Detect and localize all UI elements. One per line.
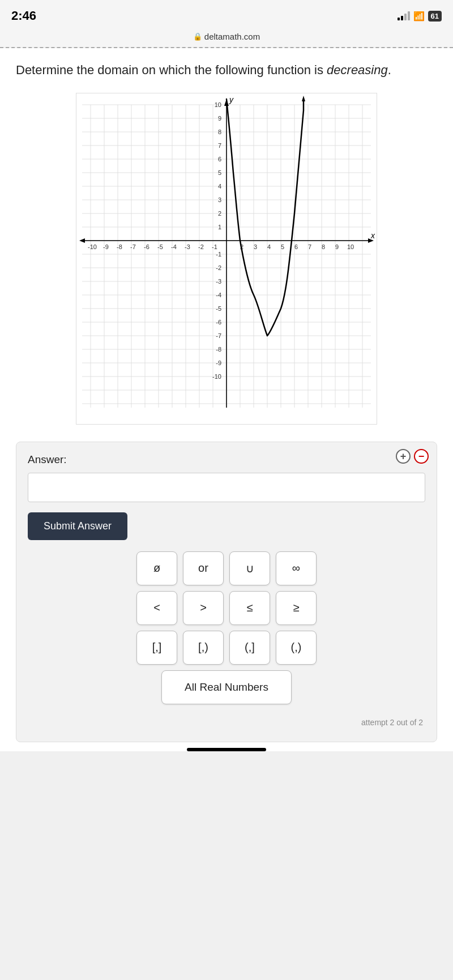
status-icons: 📶 61 — [398, 11, 442, 22]
svg-text:-5: -5 — [216, 305, 221, 312]
svg-text:8: 8 — [218, 129, 221, 135]
status-time: 2:46 — [11, 8, 36, 23]
answer-section: + − Answer: Submit Answer ø or ∪ ∞ < > ≤… — [16, 442, 437, 742]
or-key[interactable]: or — [183, 551, 224, 585]
empty-set-key[interactable]: ø — [136, 551, 177, 585]
svg-text:7: 7 — [308, 243, 311, 250]
svg-text:10: 10 — [347, 243, 354, 250]
svg-text:y: y — [229, 95, 234, 104]
domain-text: deltamath.com — [204, 32, 260, 41]
svg-text:2: 2 — [218, 210, 221, 217]
svg-text:5: 5 — [281, 243, 284, 250]
svg-text:4: 4 — [218, 183, 221, 190]
svg-text:7: 7 — [218, 142, 221, 149]
graph-container: x y -10 -9 -8 -7 -6 -5 -4 -3 -2 -1 2 3 4… — [16, 93, 437, 425]
svg-text:-1: -1 — [216, 251, 221, 258]
battery-indicator: 61 — [428, 11, 442, 22]
signal-icon — [398, 11, 410, 20]
svg-text:-7: -7 — [130, 243, 136, 250]
keyboard-row-1: ø or ∪ ∞ — [136, 551, 317, 585]
svg-text:-3: -3 — [185, 243, 190, 250]
svg-text:8: 8 — [322, 243, 325, 250]
graph-svg: x y -10 -9 -8 -7 -6 -5 -4 -3 -2 -1 2 3 4… — [76, 93, 377, 425]
answer-label: Answer: — [28, 453, 425, 466]
paren-half-open-key[interactable]: (,] — [229, 631, 270, 665]
svg-text:-9: -9 — [103, 243, 109, 250]
bracket-half-open-key[interactable]: [,) — [183, 631, 224, 665]
svg-text:x: x — [370, 231, 375, 240]
paren-open-key[interactable]: (,) — [276, 631, 317, 665]
svg-text:9: 9 — [218, 115, 221, 122]
question-text: Determine the domain on which the follow… — [16, 62, 437, 79]
svg-text:3: 3 — [218, 196, 221, 203]
svg-text:-8: -8 — [216, 346, 221, 353]
keyboard-row-4: All Real Numbers — [161, 670, 292, 704]
svg-marker-48 — [79, 238, 85, 243]
attempt-text: attempt 2 out of 2 — [28, 713, 425, 733]
svg-text:-2: -2 — [198, 243, 204, 250]
infinity-key[interactable]: ∞ — [276, 551, 317, 585]
svg-text:-4: -4 — [216, 292, 221, 298]
less-than-key[interactable]: < — [136, 591, 177, 625]
answer-input[interactable] — [28, 473, 425, 502]
url-bar: 🔒 deltamath.com — [0, 28, 453, 47]
less-equal-key[interactable]: ≤ — [229, 591, 270, 625]
svg-text:-8: -8 — [117, 243, 122, 250]
svg-marker-90 — [302, 96, 305, 101]
remove-answer-button[interactable]: − — [414, 449, 429, 464]
svg-text:1: 1 — [218, 224, 221, 230]
lock-icon: 🔒 — [193, 32, 202, 41]
svg-text:-10: -10 — [212, 373, 221, 380]
svg-text:6: 6 — [294, 243, 298, 250]
svg-text:5: 5 — [218, 169, 221, 176]
keyboard: ø or ∪ ∞ < > ≤ ≥ [,] [,) (,] (,) All Rea… — [28, 551, 425, 713]
bracket-closed-key[interactable]: [,] — [136, 631, 177, 665]
union-key[interactable]: ∪ — [229, 551, 270, 585]
svg-text:-6: -6 — [144, 243, 149, 250]
svg-text:-10: -10 — [88, 243, 97, 250]
home-indicator — [187, 748, 266, 751]
submit-answer-button[interactable]: Submit Answer — [28, 512, 127, 540]
answer-controls: + − — [396, 449, 429, 464]
svg-text:9: 9 — [335, 243, 339, 250]
greater-equal-key[interactable]: ≥ — [276, 591, 317, 625]
greater-than-key[interactable]: > — [183, 591, 224, 625]
all-real-numbers-key[interactable]: All Real Numbers — [161, 670, 292, 704]
svg-text:-6: -6 — [216, 319, 221, 326]
main-content: Determine the domain on which the follow… — [0, 48, 453, 751]
svg-text:-5: -5 — [157, 243, 163, 250]
svg-text:-3: -3 — [216, 278, 221, 285]
status-bar: 2:46 📶 61 — [0, 0, 453, 28]
svg-text:-1: -1 — [212, 243, 217, 250]
wifi-icon: 📶 — [413, 11, 425, 22]
keyboard-row-2: < > ≤ ≥ — [136, 591, 317, 625]
keyboard-row-3: [,] [,) (,] (,) — [136, 631, 317, 665]
svg-text:6: 6 — [218, 156, 221, 162]
svg-text:4: 4 — [267, 243, 271, 250]
svg-text:3: 3 — [254, 243, 257, 250]
svg-text:-9: -9 — [216, 360, 221, 366]
svg-text:-4: -4 — [171, 243, 177, 250]
svg-text:-2: -2 — [216, 264, 221, 271]
svg-text:-7: -7 — [216, 332, 221, 339]
add-answer-button[interactable]: + — [396, 449, 411, 464]
svg-text:10: 10 — [215, 101, 221, 108]
